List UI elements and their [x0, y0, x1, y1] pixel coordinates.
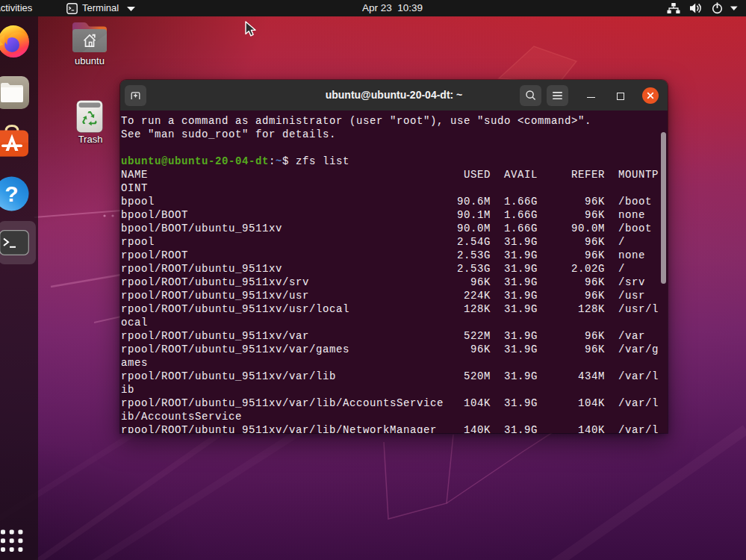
svg-text:?: ? — [4, 181, 18, 206]
